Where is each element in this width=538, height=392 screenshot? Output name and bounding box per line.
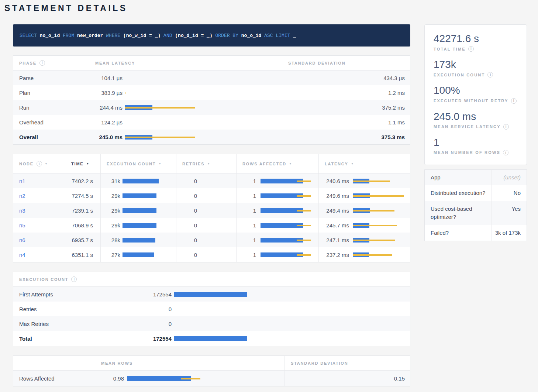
execution-count-body: First Attempts172554Retries0Max Retries0… (13, 287, 410, 346)
node-cell: n2 (13, 188, 65, 203)
execution-count-value: 29k (107, 207, 120, 214)
mean-bar (123, 179, 159, 183)
latency-bar-chart (353, 252, 411, 257)
stddev-value: 1.1 ms (388, 119, 405, 125)
node-row: n17402.2 s31k01240.6 ms (13, 173, 410, 188)
stddev-line (297, 240, 311, 241)
execution-count-row: Retries0 (13, 302, 410, 316)
stat-label-row: EXECUTION COUNTi (434, 72, 518, 78)
sql-token: no_o_id (40, 33, 60, 38)
execution-count-cell: 29k (100, 203, 176, 218)
execution-count-label: Max Retries (19, 321, 49, 327)
rows-affected-bar-chart (261, 252, 318, 257)
rows-affected-value: 1 (242, 222, 256, 228)
column-header-node[interactable]: NODEi▼ (13, 154, 65, 173)
column-header-time[interactable]: TIME▼ (65, 154, 100, 173)
phase-label-cell: Run (13, 100, 89, 115)
mean-bar (174, 292, 247, 297)
phase-label-cell: Parse (13, 71, 89, 85)
stat-label: TOTAL TIME (434, 47, 466, 51)
node-link[interactable]: n1 (19, 178, 25, 184)
app-detail-value: No (492, 185, 527, 201)
rows-affected-bar-chart (261, 193, 318, 198)
execution-count-label-cell: Retries (13, 302, 132, 316)
node-row: n27274.5 s29k01249.6 ms (13, 188, 410, 203)
info-icon[interactable]: i (37, 161, 42, 166)
phase-label: Overhead (19, 119, 44, 125)
time-cell: 6935.7 s (65, 233, 100, 247)
rows-affected-label-cell: Rows Affected (13, 371, 95, 386)
column-header-execution-count[interactable]: EXECUTION COUNT▼ (100, 154, 176, 173)
stddev-column-header: STANDARD DEVIATION (282, 56, 411, 70)
app-detail-label: Used cost-based optimizer? (425, 201, 492, 225)
mean-latency-value: 244.4 ms (95, 104, 123, 111)
column-header-retries[interactable]: RETRIES▼ (176, 154, 236, 173)
info-icon[interactable]: i (468, 46, 474, 52)
stat-label: MEAN NUMBER OF ROWS (434, 150, 500, 155)
execution-count-cell: 27k (100, 247, 176, 262)
column-header-rows-affected[interactable]: ROWS AFFECTED▼ (236, 154, 318, 173)
mean-latency-value: 245.0 ms (95, 134, 123, 140)
stat-label-row: MEAN SERVICE LATENCYi (434, 124, 518, 130)
rows-stddev-cell: 0.15 (284, 371, 411, 386)
info-icon[interactable]: i (511, 98, 517, 104)
execution-count-row: Total172554 (13, 331, 410, 346)
column-header-label: LATENCY (325, 162, 348, 166)
sql-token: WHERE (103, 33, 123, 38)
latency-bar-chart (125, 76, 282, 80)
rows-stddev-header-label: STANDARD DEVIATION (291, 361, 348, 365)
node-link[interactable]: n2 (19, 193, 25, 199)
info-icon[interactable]: i (503, 124, 509, 130)
latency-bar-chart (353, 223, 411, 228)
time-cell: 6351.1 s (65, 247, 100, 262)
rows-affected-table: MEAN ROWS STANDARD DEVIATION Rows Affect… (13, 355, 410, 386)
latency-bar-chart (125, 90, 282, 95)
side-column: 42271.6 sTOTAL TIMEi173kEXECUTION COUNTi… (424, 24, 527, 386)
stddev-cell: 1.2 ms (282, 85, 411, 100)
info-icon[interactable]: i (487, 72, 493, 78)
stat-label-row: EXECUTED WITHOUT RETRYi (434, 98, 518, 104)
column-header-latency[interactable]: LATENCY▼ (318, 154, 411, 173)
phase-label-cell: Overall (13, 130, 89, 144)
execution-count-value: 0 (138, 321, 172, 327)
app-detail-row: Failed?3k of 173k (425, 225, 527, 241)
retries-cell: 0 (176, 218, 236, 233)
node-link[interactable]: n3 (19, 207, 25, 214)
app-detail-row: Used cost-based optimizer?Yes (425, 201, 527, 225)
stddev-value: 375.3 ms (382, 134, 405, 140)
node-link[interactable]: n5 (19, 222, 25, 228)
rows-affected-cell: 1 (236, 233, 318, 247)
execution-count-value-cell: 0 (132, 302, 411, 316)
mean-bar (123, 223, 156, 228)
execution-count-header: EXECUTION COUNT i (13, 272, 410, 287)
info-icon[interactable]: i (71, 276, 77, 282)
info-icon[interactable]: i (503, 150, 508, 155)
retries-cell: 0 (176, 173, 236, 188)
sort-arrow-icon: ▼ (45, 162, 48, 165)
stddev-line (353, 180, 390, 182)
time-value: 7068.9 s (72, 222, 93, 228)
execution-count-cell: 29k (100, 218, 176, 233)
phase-table-header: PHASE i MEAN LATENCY STANDARD DEVIATION (13, 56, 410, 71)
time-value: 7239.1 s (72, 207, 93, 214)
info-icon[interactable]: i (39, 60, 45, 66)
content: SELECT no_o_id FROM new_order WHERE (no_… (13, 24, 527, 386)
rows-affected-value: 1 (242, 252, 256, 258)
phase-table: PHASE i MEAN LATENCY STANDARD DEVIATION … (13, 55, 410, 145)
mean-latency-cell: 383.9 µs (89, 85, 282, 100)
sql-token: AND (161, 33, 175, 38)
node-table-header: NODEi▼TIME▼EXECUTION COUNT▼RETRIES▼ROWS … (13, 154, 410, 173)
mean-rows-value: 0.98 (101, 375, 124, 382)
stddev-line (297, 195, 311, 197)
rows-affected-cell: 1 (236, 247, 318, 262)
column-header-label: TIME (71, 162, 83, 166)
node-link[interactable]: n4 (19, 252, 25, 258)
stddev-header-label: STANDARD DEVIATION (288, 61, 345, 65)
stat-label-row: MEAN NUMBER OF ROWSi (434, 150, 518, 155)
stddev-line (297, 210, 311, 212)
node-link[interactable]: n6 (19, 237, 25, 243)
stddev-line (353, 225, 397, 226)
phase-table-body: Parse104.1 µs434.3 µsPlan383.9 µs1.2 msR… (13, 71, 410, 144)
node-row: n57068.9 s29k01245.7 ms (13, 218, 410, 233)
summary-stats-card: 42271.6 sTOTAL TIMEi173kEXECUTION COUNTi… (424, 24, 527, 165)
